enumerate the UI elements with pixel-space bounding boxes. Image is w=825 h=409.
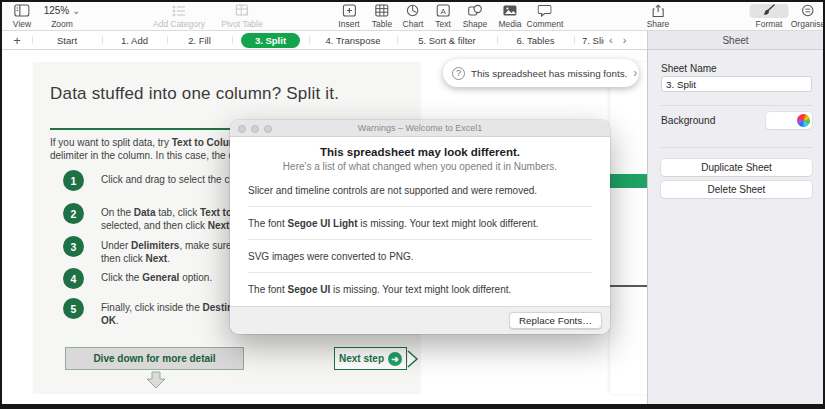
svg-text:A: A (440, 7, 446, 16)
table-button[interactable]: Table (372, 4, 392, 29)
step-4-badge: 4 (63, 268, 84, 289)
zoom-value: 125% ⌄ (44, 4, 81, 18)
delete-sheet-button[interactable]: Delete Sheet (661, 181, 812, 198)
warning-item: SVG images were converted to PNG. (248, 240, 592, 273)
card-title: Data stuffed into one column? Split it. (50, 84, 339, 104)
table-edge-line (610, 285, 647, 287)
text-icon: A (435, 4, 451, 18)
pennant-arrow-icon (407, 349, 419, 373)
zoom-window-icon[interactable] (264, 125, 272, 133)
insert-button[interactable]: Insert (338, 4, 359, 29)
notification-text: This spreadsheet has missing fonts. (471, 68, 627, 79)
arrow-down-icon (145, 371, 167, 393)
shape-button[interactable]: Shape (463, 4, 488, 29)
pivot-table-label: Pivot Table (221, 19, 262, 29)
next-step-label: Next step (339, 353, 384, 364)
tabs-scroll-left-icon[interactable]: ‹ (604, 34, 618, 46)
add-category-icon (153, 4, 205, 18)
shape-label: Shape (463, 19, 488, 29)
close-window-icon[interactable] (238, 125, 246, 133)
view-label: View (13, 19, 31, 29)
tab-5-sort-filter[interactable]: 5. Sort & filter (397, 31, 497, 49)
chevron-down-icon: ⌄ (72, 5, 80, 16)
warning-item: Slicer and timeline controls are not sup… (248, 174, 592, 207)
media-icon (498, 4, 521, 18)
dialog-heading: This spreadsheet may look different. (230, 146, 610, 158)
organise-label: Organise (791, 19, 825, 29)
table-label: Table (372, 19, 392, 29)
color-wheel-icon (797, 114, 810, 127)
replace-fonts-button[interactable]: Replace Fonts… (509, 312, 602, 329)
share-button[interactable]: Share (647, 4, 670, 29)
text-button[interactable]: A Text (435, 4, 451, 29)
view-button[interactable]: View (13, 4, 31, 29)
duplicate-sheet-button[interactable]: Duplicate Sheet (661, 159, 812, 176)
dialog-titlebar[interactable]: Warnings – Welcome to Excel1 (230, 120, 610, 137)
chart-icon (403, 4, 424, 18)
background-label: Background (661, 115, 715, 126)
warnings-dialog: Warnings – Welcome to Excel1 This spread… (230, 120, 610, 334)
background-color-well[interactable] (766, 112, 812, 129)
table-icon (372, 4, 392, 18)
inspector-header: Sheet (647, 30, 823, 50)
pivot-table-button: Pivot Table (221, 4, 262, 29)
dialog-subheading: Here's a list of what changed when you o… (230, 161, 610, 172)
share-label: Share (647, 19, 670, 29)
organise-icon (791, 4, 825, 18)
sheet-inspector: Sheet Name Background Duplicate Sheet De… (647, 50, 823, 404)
sheet-tab-bar: + Start 1. Add 2. Fill 3. Split 4. Trans… (2, 30, 647, 50)
tab-6-tables[interactable]: 6. Tables (497, 31, 574, 49)
step-3-badge: 3 (63, 236, 84, 257)
format-button[interactable]: Format (756, 4, 783, 29)
minimize-window-icon[interactable] (251, 125, 259, 133)
toolbar: View 125% ⌄ Zoom Add Category Pivot Tabl… (2, 2, 823, 30)
chart-label: Chart (403, 19, 424, 29)
sheet-name-label: Sheet Name (661, 63, 717, 74)
main-area: Data stuffed into one column? Split it. … (2, 50, 823, 404)
comment-button[interactable]: Comment (527, 4, 564, 29)
insert-icon (338, 4, 359, 18)
dialog-title: Warnings – Welcome to Excel1 (358, 123, 483, 133)
step-1-badge: 1 (63, 170, 84, 191)
share-icon (647, 4, 670, 18)
add-category-label: Add Category (153, 19, 205, 29)
format-label: Format (756, 19, 783, 29)
chart-button[interactable]: Chart (403, 4, 424, 29)
warning-item: The font Segoe UI Light is missing. Your… (248, 207, 592, 240)
divider (661, 147, 812, 148)
tab-7-slicers[interactable]: 7. Slic (574, 31, 604, 49)
sheet-name-input[interactable] (661, 76, 812, 92)
step-5-badge: 5 (63, 298, 84, 319)
insert-label: Insert (338, 19, 359, 29)
media-button[interactable]: Media (498, 4, 521, 29)
pivot-table-icon (221, 4, 262, 18)
zoom-label: Zoom (44, 19, 81, 29)
tab-4-transpose[interactable]: 4. Transpose (309, 31, 397, 49)
dialog-footer: Replace Fonts… (230, 306, 610, 334)
shape-icon (463, 4, 488, 18)
add-sheet-button[interactable]: + (2, 31, 32, 49)
text-label: Text (435, 19, 451, 29)
warnings-list: Slicer and timeline controls are not sup… (248, 174, 592, 305)
sidebar-panel-icon (13, 4, 31, 18)
next-step-button[interactable]: Next step ➜ (334, 347, 407, 370)
tab-2-fill[interactable]: 2. Fill (167, 31, 232, 49)
add-category-button: Add Category (153, 4, 205, 29)
next-arrow-circle-icon: ➜ (388, 352, 402, 366)
organise-button[interactable]: Organise (791, 4, 825, 29)
tab-1-add[interactable]: 1. Add (102, 31, 167, 49)
warning-item: The font Segoe UI is missing. Your text … (248, 273, 592, 305)
app-window: View 125% ⌄ Zoom Add Category Pivot Tabl… (0, 0, 825, 409)
dive-down-button[interactable]: Dive down for more detail (65, 347, 244, 370)
active-tab-pill: 3. Split (241, 33, 300, 48)
zoom-control[interactable]: 125% ⌄ Zoom (44, 4, 81, 29)
tabs-scroll-right-icon[interactable]: › (618, 34, 632, 46)
comment-label: Comment (527, 19, 564, 29)
step-2-badge: 2 (63, 203, 84, 224)
tab-start[interactable]: Start (32, 31, 102, 49)
tab-3-split[interactable]: 3. Split (232, 31, 309, 49)
sheet-canvas[interactable]: Data stuffed into one column? Split it. … (2, 50, 647, 404)
question-mark-icon: ? (452, 67, 465, 80)
comment-icon (527, 4, 564, 18)
missing-fonts-notification[interactable]: ? This spreadsheet has missing fonts. › (443, 59, 639, 87)
